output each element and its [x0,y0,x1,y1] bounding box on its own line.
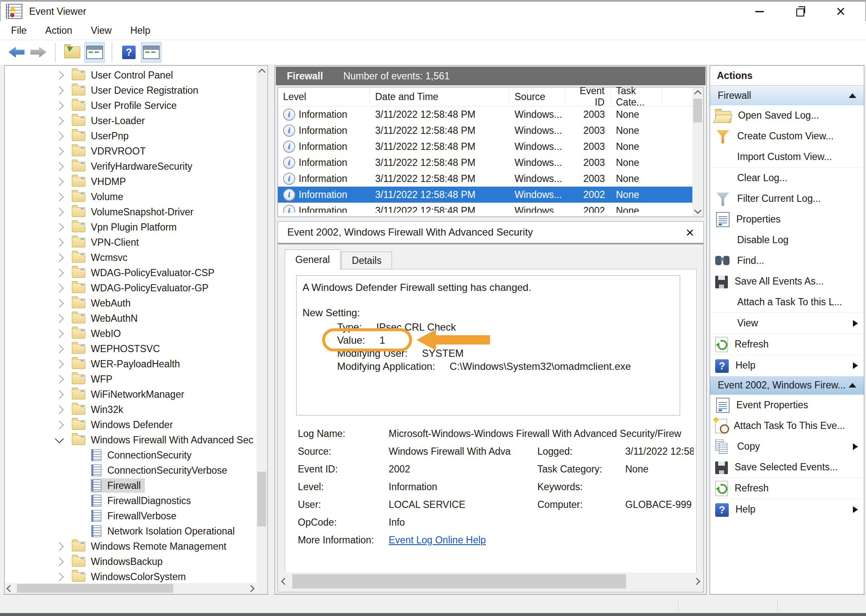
toolbar-button[interactable] [84,42,105,62]
tree-item[interactable]: WiFiNetworkManager [5,387,256,402]
tree-item[interactable]: VPN-Client [5,235,256,250]
action-item[interactable]: Attach Task To This Eve... [710,415,864,436]
tab-general[interactable]: General [285,250,340,270]
action-item[interactable]: Disable Log [710,230,864,250]
chevron-icon[interactable] [55,359,64,368]
tree-item[interactable]: Windows Firewall With Advanced Sec [5,432,256,448]
action-item[interactable]: Copy [710,436,864,457]
chevron-icon[interactable] [55,71,64,79]
tree-item[interactable]: Volume [5,189,256,204]
tree-item[interactable]: Windows Remote Management [5,539,256,554]
tree-item[interactable]: User-Loader [5,113,256,128]
event-row[interactable]: Information 3/11/2022 12:58:48 PM Window… [278,171,692,187]
scroll-left-icon[interactable] [281,578,289,585]
collapse-icon[interactable] [849,93,856,98]
tree-item[interactable]: VerifyHardwareSecurity [5,159,256,174]
event-row[interactable]: Information 3/11/2022 12:58:48 PM Window… [278,122,692,138]
tree-item[interactable]: WDAG-PolicyEvaluator-GP [5,280,256,296]
tree-vertical-scrollbar[interactable] [256,66,267,594]
minimize-button[interactable] [750,4,769,19]
tree-item[interactable]: WER-PayloadHealth [5,356,256,372]
column-header-event-id[interactable]: Event ID [565,90,611,103]
action-item[interactable]: Refresh [710,334,864,355]
chevron-icon[interactable] [55,434,64,443]
close-button[interactable]: × [831,4,850,19]
column-header-date[interactable]: Date and Time [370,90,509,103]
chevron-icon[interactable] [55,238,64,247]
action-item[interactable]: Attach a Task To this L... [710,292,864,312]
tree-item[interactable]: User Profile Service [5,98,256,113]
column-header-source[interactable]: Source [509,90,565,103]
scroll-right-icon[interactable] [693,578,700,585]
chevron-icon[interactable] [55,314,64,323]
tree-item[interactable]: WebAuth [5,296,256,311]
column-header-level[interactable]: Level [278,90,370,103]
tree-item[interactable]: Vpn Plugin Platform [5,220,256,235]
tree-item[interactable]: WDAG-PolicyEvaluator-CSP [5,265,256,280]
actions-section-firewall[interactable]: Firewall [710,86,864,105]
action-item[interactable]: Help [710,499,864,520]
chevron-icon[interactable] [55,192,64,201]
events-scrollbar-thumb[interactable] [693,99,702,122]
chevron-icon[interactable] [55,557,64,566]
menu-item[interactable]: File [11,25,27,36]
tree-item[interactable]: Network Isolation Operational [5,524,256,539]
action-item[interactable]: Refresh [710,478,864,499]
tree-item[interactable]: Win32k [5,402,256,417]
action-item[interactable]: Create Custom View... [710,126,864,147]
tree-item[interactable]: User Device Registration [5,83,256,98]
event-row[interactable]: Information 3/11/2022 12:58:48 PM Window… [278,203,692,213]
chevron-icon[interactable] [55,390,64,399]
event-row[interactable]: Information 3/11/2022 12:58:48 PM Window… [278,155,692,171]
toolbar-button[interactable] [55,43,82,62]
column-header-task-category[interactable]: Task Cate... [611,90,662,103]
tree-item[interactable]: Windows Defender [5,417,256,432]
tree-item[interactable]: WebAuthN [5,311,256,326]
tree-item[interactable]: VDRVROOT [5,144,256,159]
tree-item[interactable]: ConnectionSecurity [5,448,256,463]
chevron-icon[interactable] [55,207,64,216]
collapse-icon[interactable] [849,383,856,388]
chevron-icon[interactable] [55,223,64,231]
events-vertical-scrollbar[interactable] [692,88,703,216]
menu-item[interactable]: Help [130,25,150,36]
event-row[interactable]: Information 3/11/2022 12:58:48 PM Window… [278,138,692,155]
chevron-icon[interactable] [55,147,64,155]
chevron-icon[interactable] [55,116,64,125]
tab-details[interactable]: Details [341,252,392,269]
event-row[interactable]: Information 3/11/2022 12:58:48 PM Window… [278,106,692,122]
tree-horizontal-scrollbar[interactable] [5,583,256,594]
action-item[interactable]: Find... [710,250,864,271]
close-detail-icon[interactable]: × [686,226,694,239]
tree-item[interactable]: WebIO [5,326,256,341]
tree-item[interactable]: User Control Panel [5,68,256,83]
scroll-up-icon[interactable] [259,69,266,76]
chevron-icon[interactable] [55,420,64,429]
chevron-icon[interactable] [55,177,64,186]
tree-item[interactable]: VHDMP [5,174,256,189]
tree-item[interactable]: ConnectionSecurityVerbose [5,463,256,478]
detail-hscrollbar-thumb[interactable] [292,574,626,589]
scroll-left-icon[interactable] [7,585,14,592]
chevron-icon[interactable] [55,405,64,414]
menu-item[interactable]: Action [45,25,72,36]
chevron-icon[interactable] [55,131,64,140]
chevron-icon[interactable] [55,86,64,95]
chevron-icon[interactable] [55,162,64,171]
scroll-down-icon[interactable] [694,207,702,214]
action-item[interactable]: Open Saved Log... [710,105,864,126]
chevron-icon[interactable] [55,542,64,551]
tree-item[interactable]: UserPnp [5,128,256,144]
menu-item[interactable]: View [91,25,112,36]
detail-horizontal-scrollbar[interactable] [280,573,702,590]
chevron-icon[interactable] [55,329,64,338]
chevron-icon[interactable] [55,283,64,292]
toolbar-button[interactable] [7,43,26,62]
actions-section-event[interactable]: Event 2002, Windows Firew... [710,376,864,395]
chevron-icon[interactable] [55,101,64,110]
action-item[interactable]: Clear Log... [710,167,864,188]
action-item[interactable]: View [710,312,864,334]
scroll-up-icon[interactable] [694,90,702,98]
tree-item[interactable]: FirewallVerbose [5,508,256,524]
tree-item[interactable]: VolumeSnapshot-Driver [5,204,256,220]
